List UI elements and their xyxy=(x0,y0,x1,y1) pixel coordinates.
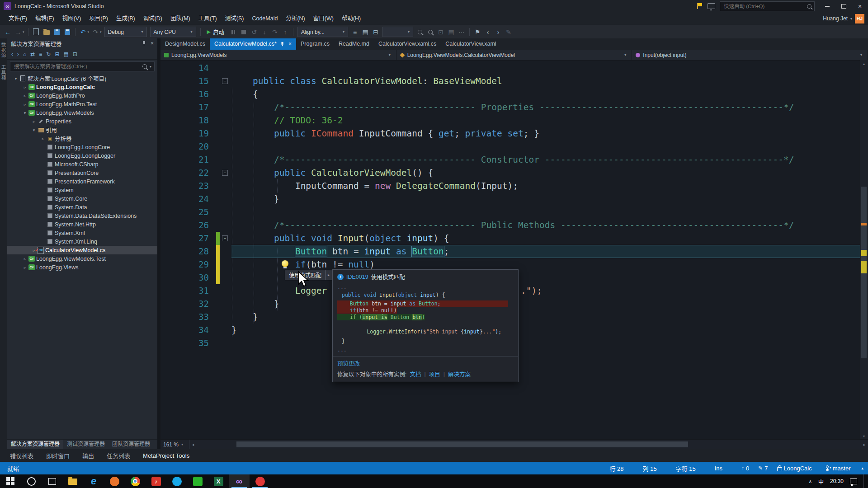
chevron-down-icon[interactable]: ▾ xyxy=(100,30,102,34)
tree-arrow[interactable]: ▹ xyxy=(40,136,46,141)
tree-item[interactable]: Microsoft.CSharp xyxy=(7,160,157,169)
menu-item[interactable]: 编辑(E) xyxy=(31,12,58,25)
close-icon[interactable]: × xyxy=(151,40,154,47)
breadcrumb-segment[interactable]: Input(object input)▾ xyxy=(632,50,868,60)
quick-launch-box[interactable] xyxy=(720,1,815,11)
editor-tab[interactable]: Program.cs xyxy=(296,38,334,50)
visual-studio-icon[interactable]: ∞ xyxy=(229,474,250,488)
solution-search-input[interactable] xyxy=(13,63,140,70)
status-pending-edits[interactable]: ✎ 7 xyxy=(758,465,768,472)
status-repo[interactable]: LoongCalc xyxy=(777,465,812,472)
menu-item[interactable]: 视图(V) xyxy=(58,12,85,25)
chevron-down-icon[interactable]: ▾ xyxy=(88,30,90,34)
solution-search-box[interactable]: ▾ xyxy=(10,61,155,71)
next-bookmark-icon[interactable]: › xyxy=(493,27,503,38)
minimize-button[interactable] xyxy=(819,0,835,12)
find-in-files-icon[interactable] xyxy=(425,27,435,38)
zoom-selector[interactable]: 161 % ▾ xyxy=(160,440,189,449)
scroll-right-icon[interactable]: ▸ xyxy=(861,442,868,447)
sidebar-bottom-tab[interactable]: 团队资源管理器 xyxy=(108,440,154,449)
collapse-icon[interactable]: - xyxy=(222,170,228,176)
editor-tab[interactable]: DesignModel.cs xyxy=(160,38,210,50)
lightbulb-icon[interactable] xyxy=(282,260,288,267)
tree-item[interactable]: ▹C#LoongEgg.LoongCalc xyxy=(7,83,157,91)
sidebar-splitter[interactable] xyxy=(157,38,160,449)
tree-arrow[interactable]: ▾ xyxy=(31,128,37,132)
fix-scope-link[interactable]: 文档 xyxy=(410,370,421,378)
editor-tab[interactable]: CalculatorView.xaml.cs xyxy=(374,38,441,50)
panel-tab[interactable]: 错误列表 xyxy=(10,451,33,460)
forward-icon[interactable]: › xyxy=(17,51,19,57)
solution-config-dropdown[interactable]: Debug▾ xyxy=(104,27,147,37)
preview-selected-icon[interactable]: ⊡ xyxy=(73,51,77,57)
editor-tab[interactable]: ReadMe.md xyxy=(334,38,374,50)
chevron-right-icon[interactable]: ▸ xyxy=(326,270,332,280)
code-line[interactable]: 17 /*-----------------------------------… xyxy=(160,101,860,114)
code-line[interactable]: 21 /*-----------------------------------… xyxy=(160,153,860,166)
close-icon[interactable]: × xyxy=(288,41,292,47)
menu-item[interactable]: 帮助(H) xyxy=(338,12,365,25)
preview-changes-link[interactable]: 预览更改 xyxy=(333,357,518,369)
panel-tab[interactable]: 任务列表 xyxy=(107,451,130,460)
scroll-down-icon[interactable]: ▾ xyxy=(860,432,868,440)
qq-icon[interactable] xyxy=(166,474,187,488)
status-line[interactable]: 行 28 xyxy=(609,464,623,473)
find-icon[interactable] xyxy=(415,27,425,38)
nav-back-icon[interactable]: ← xyxy=(3,27,13,38)
solution-platform-dropdown[interactable]: Any CPU▾ xyxy=(150,27,196,37)
menu-item[interactable]: 团队(M) xyxy=(166,12,194,25)
tree-item[interactable]: PresentationFramework xyxy=(7,177,157,186)
tree-arrow[interactable]: ▹ xyxy=(31,119,37,124)
horizontal-scrollbar[interactable] xyxy=(197,440,861,449)
code-line[interactable]: 24 } xyxy=(160,192,860,206)
chevron-up-icon[interactable]: ▴ xyxy=(861,466,863,470)
tree-arrow[interactable]: ▾ xyxy=(22,111,28,115)
code-line[interactable]: 22- public CalculatorViewModel() { xyxy=(160,166,860,179)
tree-item[interactable]: System.Core xyxy=(7,194,157,203)
scroll-left-icon[interactable]: ◂ xyxy=(189,442,197,447)
quick-launch-input[interactable] xyxy=(723,3,804,9)
editor-tab[interactable]: CalculatorView.xaml xyxy=(441,38,500,50)
code-line[interactable]: 14 xyxy=(160,61,860,75)
align-by-dropdown[interactable]: Align by...▾ xyxy=(297,27,348,37)
status-char[interactable]: 字符 15 xyxy=(676,464,696,473)
menu-item[interactable]: 项目(P) xyxy=(85,12,112,25)
tree-item[interactable]: ▹C#LoongEgg.Views xyxy=(7,263,157,272)
tree-item[interactable]: ▾解决方案'LoongCalc' (6 个项目) xyxy=(7,74,157,83)
netease-music-icon[interactable]: ♪ xyxy=(146,474,166,488)
scrollbar-thumb[interactable] xyxy=(236,441,688,447)
code-line[interactable]: 16 { xyxy=(160,88,860,101)
collapse-all-icon[interactable]: ⊟ xyxy=(55,51,59,57)
tree-item[interactable]: ▹Properties xyxy=(7,117,157,126)
collapse-icon[interactable]: - xyxy=(222,235,228,241)
notification-center-icon[interactable] xyxy=(850,479,857,484)
status-insert-mode[interactable]: Ins xyxy=(715,465,722,472)
collapse-regions-icon[interactable]: ⊟ xyxy=(371,27,381,38)
activity-tab[interactable]: 工具箱 xyxy=(0,65,7,80)
chrome-icon[interactable] xyxy=(125,474,146,488)
scroll-up-icon[interactable]: ▴ xyxy=(860,60,868,67)
status-branch[interactable]: master xyxy=(826,465,851,472)
tree-item[interactable]: System.Net.Http xyxy=(7,220,157,229)
open-file-icon[interactable] xyxy=(42,27,52,38)
code-line[interactable]: 26 /*-----------------------------------… xyxy=(160,219,860,232)
cleanup-code-icon[interactable]: ≡ xyxy=(350,27,360,38)
save-icon[interactable] xyxy=(52,27,62,38)
collapse-icon[interactable]: - xyxy=(222,78,228,84)
tree-item[interactable]: ▾C#LoongEgg.ViewModels xyxy=(7,108,157,117)
tree-item[interactable]: LoongEgg.LoongCore xyxy=(7,143,157,151)
tree-arrow[interactable]: ▹ xyxy=(22,265,28,270)
tree-item[interactable]: System.Data xyxy=(7,203,157,211)
undo-icon[interactable]: ↶ xyxy=(78,27,88,38)
breadcrumb-segment[interactable]: LoongEgg.ViewModels.CalculatorViewModel▾ xyxy=(396,50,632,60)
fix-scope-link[interactable]: 解决方案 xyxy=(448,370,471,378)
tree-item[interactable]: ▹C#LoongEgg.MathPro xyxy=(7,91,157,100)
bookmark-icon[interactable]: ⚑ xyxy=(472,27,482,38)
maximize-button[interactable] xyxy=(835,0,852,12)
tree-arrow[interactable]: ▹ xyxy=(22,94,28,98)
tree-item[interactable]: ▹C#LoongEgg.MathPro.Test xyxy=(7,100,157,108)
menu-item[interactable]: 分析(N) xyxy=(282,12,309,25)
tree-arrow[interactable]: ▹ xyxy=(22,102,28,107)
recorder-icon[interactable] xyxy=(250,474,270,488)
tray-expand-icon[interactable]: ∧ xyxy=(809,479,812,484)
